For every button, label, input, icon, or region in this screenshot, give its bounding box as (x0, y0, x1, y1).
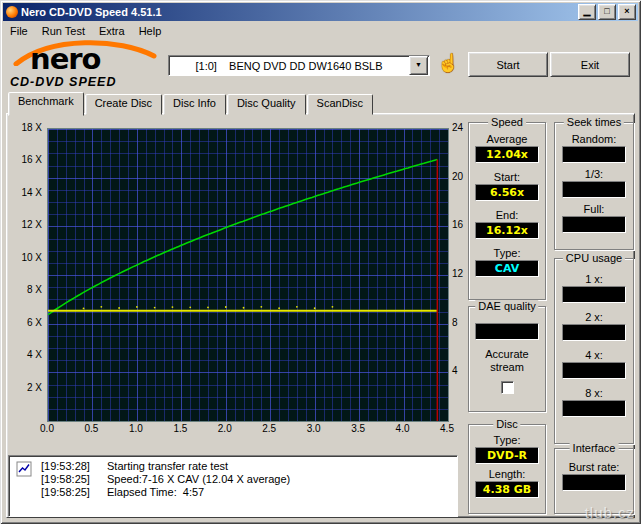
close-button[interactable]: × (618, 4, 636, 20)
field-label: Start: (494, 171, 520, 184)
axis-tick-label: 4.0 (389, 423, 417, 435)
axis-tick-label: 18 X (8, 122, 42, 134)
axis-tick-label: 1.0 (122, 423, 150, 435)
exit-button[interactable]: Exit (550, 52, 630, 77)
axis-tick-label: 4.5 (433, 423, 461, 435)
field-label: Average (487, 133, 528, 146)
axis-tick-label: 16 (452, 219, 470, 231)
value-box: DVD-R (475, 447, 539, 464)
start-button[interactable]: Start (468, 52, 548, 77)
value-box: 16.12x (475, 222, 539, 239)
axis-tick-label: 24 (452, 122, 470, 134)
axis-tick-label: 4 (452, 365, 470, 377)
menu-item-extra[interactable]: Extra (92, 23, 132, 39)
field-label: 1 x: (585, 273, 603, 286)
axis-tick-label: 6 X (8, 317, 42, 329)
menu-item-run-test[interactable]: Run Test (35, 23, 92, 39)
axis-tick-label: 3.0 (300, 423, 328, 435)
log-line: [19:58:25]Speed:7-16 X CAV (12.04 X aver… (41, 473, 453, 486)
field-4-x: 4 x: (562, 349, 626, 379)
tab-strip: BenchmarkCreate DiscDisc InfoDisc Qualit… (8, 94, 374, 115)
panel-cpu-title: CPU usage (563, 252, 625, 264)
app-window: Nero CD-DVD Speed 4.51.1 ▁ □ × FileRun T… (0, 0, 641, 524)
field-full: Full: (562, 203, 626, 233)
panel-cpu-usage: CPU usage 1 x:2 x:4 x:8 x: (554, 258, 634, 444)
field-label: End: (496, 209, 519, 222)
window-title: Nero CD-DVD Speed 4.51.1 (21, 6, 575, 18)
log-message: Starting transfer rate test (107, 460, 228, 473)
panel-disc-title: Disc (493, 418, 520, 430)
field-label: Type: (494, 247, 521, 260)
tab-benchmark[interactable]: Benchmark (8, 92, 84, 116)
panel-speed: Speed Average12.04xStart:6.56xEnd:16.12x… (468, 122, 546, 300)
axis-tick-label: 12 X (8, 219, 42, 231)
field-1-3: 1/3: (562, 168, 626, 198)
value-box (562, 286, 626, 303)
field-random: Random: (562, 133, 626, 163)
axis-tick-label: 0.0 (33, 423, 61, 435)
panel-seek-times: Seek times Random:1/3:Full: (554, 122, 634, 250)
axis-tick-label: 12 (452, 268, 470, 280)
field-label: 8 x: (585, 387, 603, 400)
field-2-x: 2 x: (562, 311, 626, 341)
dae-quality-value-box (475, 323, 539, 340)
log-line: [19:53:28]Starting transfer rate test (41, 460, 453, 473)
value-box (562, 324, 626, 341)
value-box (562, 216, 626, 233)
chart-series (48, 129, 448, 421)
menu-item-help[interactable]: Help (132, 23, 169, 39)
value-box (562, 181, 626, 198)
axis-tick-label: 16 X (8, 154, 42, 166)
tab-scandisc[interactable]: ScanDisc (307, 94, 373, 115)
field-label: Length: (489, 468, 526, 481)
field-start: Start:6.56x (475, 171, 539, 201)
field-8-x: 8 x: (562, 387, 626, 417)
panel-interface-title: Interface (570, 442, 619, 454)
value-box (562, 146, 626, 163)
field-length: Length:4.38 GB (475, 468, 539, 498)
field-burst-rate: Burst rate: (562, 461, 626, 491)
accurate-stream-checkbox[interactable] (501, 381, 514, 394)
status-log[interactable]: [19:53:28]Starting transfer rate test[19… (8, 455, 458, 517)
field-label: 1/3: (585, 168, 603, 181)
panel-speed-title: Speed (488, 116, 526, 128)
drive-select[interactable]: [1:0] BENQ DVD DD DW1640 BSLB ▼ (168, 55, 430, 76)
log-timestamp: [19:58:25] (41, 486, 103, 499)
log-timestamp: [19:53:28] (41, 460, 103, 473)
logo-wordmark: nero (30, 42, 101, 76)
log-message: Speed:7-16 X CAV (12.04 X average) (107, 473, 290, 486)
eject-hand-icon[interactable]: ☝ (437, 52, 459, 74)
value-box (562, 362, 626, 379)
panel-seek-title: Seek times (564, 116, 624, 128)
axis-tick-label: 2.5 (255, 423, 283, 435)
field-label: Type: (494, 434, 521, 447)
field-type: Type:DVD-R (475, 434, 539, 464)
field-label: 4 x: (585, 349, 603, 362)
maximize-button[interactable]: □ (598, 4, 616, 20)
menu-item-file[interactable]: File (3, 23, 35, 39)
axis-tick-label: 8 (452, 317, 470, 329)
logo-subtitle: CD-DVD SPEED (10, 75, 116, 89)
log-timestamp: [19:58:25] (41, 473, 103, 486)
tab-disc-info[interactable]: Disc Info (163, 94, 226, 115)
field-type: Type:CAV (475, 247, 539, 277)
tab-disc-quality[interactable]: Disc Quality (227, 94, 306, 115)
axis-tick-label: 2.0 (211, 423, 239, 435)
axis-tick-label: 20 (452, 171, 470, 183)
field-end: End:16.12x (475, 209, 539, 239)
log-benchmark-icon (16, 461, 32, 477)
axis-tick-label: 8 X (8, 284, 42, 296)
title-bar[interactable]: Nero CD-DVD Speed 4.51.1 ▁ □ × (3, 3, 638, 21)
tab-create-disc[interactable]: Create Disc (85, 94, 162, 115)
axis-tick-label: 0.5 (77, 423, 105, 435)
log-message: Elapsed Time: 4:57 (107, 486, 204, 499)
minimize-button[interactable]: ▁ (578, 4, 596, 20)
value-box: 6.56x (475, 184, 539, 201)
dropdown-arrow-icon[interactable]: ▼ (409, 56, 428, 75)
panel-dae-title: DAE quality (475, 300, 538, 312)
field-average: Average12.04x (475, 133, 539, 163)
axis-tick-label: 14 X (8, 187, 42, 199)
value-box (562, 400, 626, 417)
drive-select-value: [1:0] BENQ DVD DD DW1640 BSLB (169, 60, 409, 72)
axis-tick-label: 10 X (8, 252, 42, 264)
